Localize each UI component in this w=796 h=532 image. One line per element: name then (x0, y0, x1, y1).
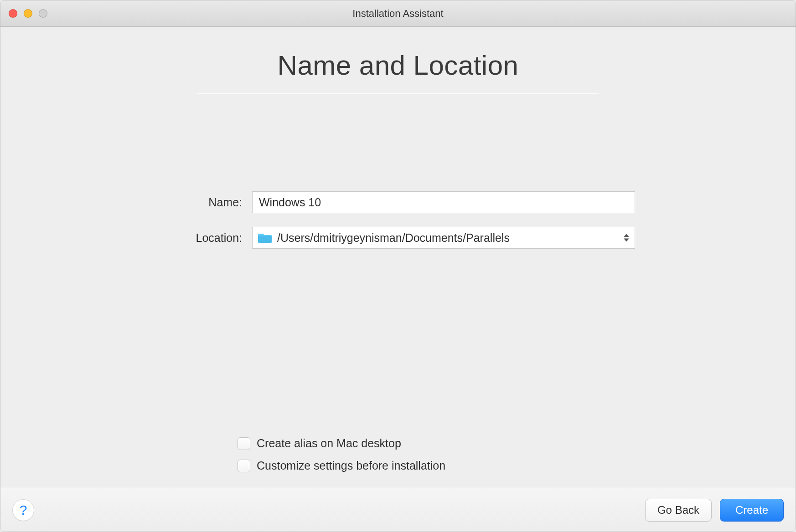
content-area: Name and Location Name: Location: / (0, 27, 796, 488)
customize-checkbox[interactable] (238, 460, 250, 472)
options-group: Create alias on Mac desktop Customize se… (238, 437, 445, 481)
footer: ? Go Back Create (0, 488, 796, 532)
customize-option[interactable]: Customize settings before installation (238, 459, 445, 472)
heading-divider (197, 93, 599, 94)
window-title: Installation Assistant (0, 8, 796, 20)
name-label: Name: (161, 196, 252, 209)
alias-checkbox[interactable] (238, 437, 250, 450)
alias-option[interactable]: Create alias on Mac desktop (238, 437, 445, 450)
customize-label: Customize settings before installation (257, 459, 445, 472)
location-value: /Users/dmitriygeynisman/Documents/Parall… (277, 231, 510, 245)
installation-assistant-window: Installation Assistant Name and Location… (0, 0, 796, 532)
help-icon: ? (20, 502, 27, 518)
go-back-button[interactable]: Go Back (645, 499, 712, 522)
location-label: Location: (161, 231, 252, 245)
titlebar: Installation Assistant (0, 0, 796, 27)
folder-icon (258, 232, 272, 243)
create-button[interactable]: Create (720, 499, 784, 522)
alias-label: Create alias on Mac desktop (257, 437, 401, 450)
form: Name: Location: /Users/dmitriygeynisman/… (161, 191, 635, 249)
name-row: Name: (161, 191, 635, 213)
location-select[interactable]: /Users/dmitriygeynisman/Documents/Parall… (252, 227, 635, 249)
help-button[interactable]: ? (12, 499, 34, 521)
updown-icon (624, 234, 629, 242)
location-row: Location: /Users/dmitriygeynisman/Docume… (161, 227, 635, 249)
name-input[interactable] (252, 191, 635, 213)
page-heading: Name and Location (0, 50, 796, 81)
